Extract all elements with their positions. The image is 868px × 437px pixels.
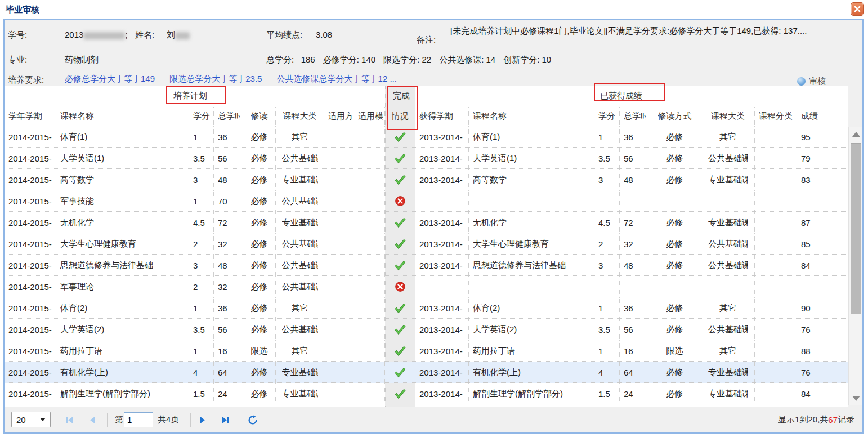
cell-study-type: 必修 [243,383,276,404]
table-row[interactable]: 2014-2015-大学英语(1)3.556必修公共基础课2013-2014-大… [5,148,848,169]
header-scope-direction[interactable]: 适用方 [324,107,354,126]
header-study-type[interactable]: 修读 [243,107,276,126]
scroll-up-icon[interactable] [852,132,860,137]
page-size-select[interactable]: 20 [11,412,51,427]
cell-obtained-total-hours: 36 [620,126,648,148]
requirement-link-required[interactable]: 必修总学分大于等于149 [65,74,155,83]
requirement-link-limited[interactable]: 限选总学分大于等于23.5 [169,74,262,83]
header-score[interactable]: 成绩 [797,107,833,126]
cell-obtained-course-category: 其它 [701,340,755,362]
cell-course-name: 军事技能 [56,190,189,212]
cell-obtained-course-category: 专业基础课 [701,383,755,404]
major-value: 药物制剂 [65,55,99,65]
cell-obtained-credit: 1 [594,340,620,362]
cell-course-category: 公共基础课 [276,276,324,297]
header-obtained-term[interactable]: 获得学期 [415,107,469,126]
table-row[interactable]: 2014-2015-军事技能170必修公共基础课 [5,190,848,212]
cell-term: 2014-2015- [5,383,56,404]
cell-course-class [755,126,797,148]
table-row[interactable]: 2014-2015-药用拉丁语116限选其它2013-2014-药用拉丁语116… [5,340,848,362]
cell-course-category: 其它 [276,297,324,319]
row-divider [5,404,848,404]
table-row[interactable]: 2014-2015-思想道德修养与法律基础348必修公共基础课2013-2014… [5,255,848,276]
header-completion-status[interactable]: 情况 [385,107,415,126]
table-row[interactable]: 2014-2015-无机化学4.572必修专业基础课2013-2014-无机化学… [5,212,848,233]
cell-term: 2014-2015- [5,319,56,340]
last-page-button[interactable] [221,407,231,432]
cell-obtained-course-category: 专业基础课 [701,212,755,233]
cell-scope-module [354,297,385,319]
cell-obtained-term: 2013-2014- [415,255,469,276]
header-obtained-study-type[interactable]: 修读方式 [648,107,701,126]
cell-study-type: 必修 [243,255,276,276]
scroll-down-icon[interactable] [852,396,860,401]
group-status-label: 完成 [393,91,410,101]
next-page-button[interactable] [198,407,207,432]
cell-obtained-total-hours: 48 [620,255,648,276]
cell-obtained-credit: 4 [594,362,620,383]
cell-obtained-total-hours: 48 [620,169,648,190]
audit-button[interactable]: 审核 [797,76,826,87]
cell-obtained-course-name: 解剖生理学(解剖学部分) [469,383,594,404]
credit-summary: 总学分: 186 必修学分: 140 限选学分: 22 公共选修课: 14 创新… [266,55,551,65]
table-row[interactable]: 2014-2015-军事理论232必修公共基础课 [5,276,848,297]
cell-filler [833,190,848,212]
header-course-class[interactable]: 课程分类 [755,107,797,126]
table-row[interactable]: 2014-2015-解剖生理学(解剖学部分)1.524必修专业基础课2013-2… [5,383,848,404]
header-obtained-credit[interactable]: 学分 [594,107,620,126]
cell-filler [833,169,848,190]
table-row[interactable]: 2014-2015-体育(1)136必修其它2013-2014-体育(1)136… [5,126,848,148]
cell-score: 87 [797,212,833,233]
header-course-name[interactable]: 课程名称 [56,107,189,126]
table-row[interactable]: 2014-2015-有机化学(上)464必修专业基础课2013-2014-有机化… [5,362,848,383]
table-row[interactable]: 2014-2015-大学英语(2)3.556必修公共基础课2013-2014-大… [5,319,848,340]
page-title: 毕业审核 [6,5,39,15]
cell-obtained-course-name: 体育(1) [469,126,594,148]
cell-score [797,276,833,297]
cell-obtained-course-name: 思想道德修养与法律基础 [469,255,594,276]
cell-obtained-credit [594,190,620,212]
cell-total-hours: 48 [214,255,243,276]
cell-credit: 2 [189,233,214,255]
cell-score: 79 [797,148,833,169]
cell-obtained-total-hours: 24 [620,383,648,404]
table-row[interactable]: 2014-2015-体育(2)136必修其它2013-2014-体育(2)136… [5,297,848,319]
cell-study-type: 必修 [243,319,276,340]
cell-obtained-term: 2013-2014- [415,233,469,255]
header-obtained-course-category[interactable]: 课程大类 [701,107,755,126]
pass-icon [394,217,406,228]
cell-course-class [755,255,797,276]
cell-total-hours: 64 [214,362,243,383]
table-row[interactable]: 2014-2015-高等数学348必修专业基础课2013-2014-高等数学34… [5,169,848,190]
header-term[interactable]: 学年学期 [5,107,56,126]
vertical-scrollbar[interactable] [848,127,862,405]
cell-scope-direction [324,190,354,212]
cell-filler [833,319,848,340]
cell-scope-module [354,126,385,148]
first-page-button[interactable] [64,407,74,432]
cell-obtained-term: 2013-2014- [415,383,469,404]
close-icon[interactable] [851,2,864,16]
header-credit[interactable]: 学分 [189,107,214,126]
cell-term: 2014-2015- [5,169,56,190]
scrollbar-thumb[interactable] [851,143,861,314]
cell-filler [833,255,848,276]
cell-course-class [755,276,797,297]
header-obtained-course-name[interactable]: 课程名称 [469,107,594,126]
page-number-input[interactable] [124,412,153,427]
prev-page-button[interactable] [88,407,97,432]
header-obtained-total-hours[interactable]: 总学时 [620,107,648,126]
cell-scope-module [354,276,385,297]
header-total-hours[interactable]: 总学时 [214,107,243,126]
requirement-link-elective[interactable]: 公共选修课总学分大于等于12 ... [277,74,397,83]
cell-total-hours: 56 [214,148,243,169]
requirements-links: 必修总学分大于等于149 限选总学分大于等于23.5 公共选修课总学分大于等于1… [65,74,409,84]
header-scope-module[interactable]: 适用模 [354,107,385,126]
cell-course-category: 专业基础课 [276,383,324,404]
cell-credit: 3 [189,255,214,276]
table-row[interactable]: 2014-2015-大学生心理健康教育232必修公共基础课2013-2014-大… [5,233,848,255]
refresh-button[interactable] [248,407,258,432]
pass-icon [394,238,406,249]
cell-obtained-course-name: 大学英语(1) [469,148,594,169]
header-course-category[interactable]: 课程大类 [276,107,324,126]
